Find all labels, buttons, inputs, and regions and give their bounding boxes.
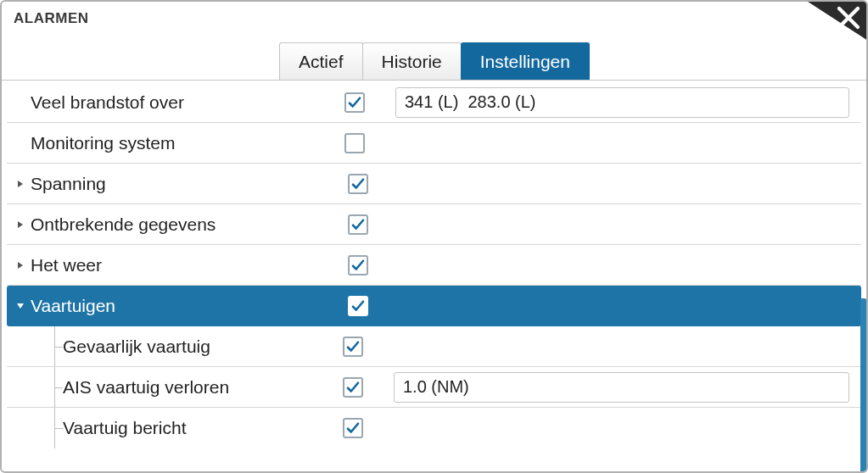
check-icon: [350, 298, 366, 314]
triangle-right-icon: [16, 180, 25, 188]
value-ais-vaartuig-verloren[interactable]: [394, 372, 849, 403]
checkbox-veel-brandstof-over[interactable]: [344, 92, 365, 113]
tab-bar: Actief Historie Instellingen: [2, 37, 866, 80]
expander-vaartuigen[interactable]: [14, 299, 27, 313]
settings-panel: Veel brandstof over Monitoring system: [2, 80, 866, 471]
tab-actief[interactable]: Actief: [279, 42, 363, 80]
row-veel-brandstof-over: Veel brandstof over: [7, 82, 861, 123]
row-label: Vaartuig bericht: [63, 418, 343, 438]
check-icon: [345, 339, 361, 354]
row-spanning: Spanning: [7, 164, 861, 204]
checkbox-spanning[interactable]: [348, 174, 368, 194]
triangle-right-icon: [16, 261, 25, 270]
row-label: Het weer: [31, 255, 348, 275]
expander-het-weer[interactable]: [14, 259, 27, 272]
window-header: ALARMEN: [2, 2, 866, 37]
alarms-window: ALARMEN Actief Historie Instellingen Vee…: [0, 0, 868, 473]
check-icon: [350, 258, 366, 273]
expander-ontbrekende-gegevens[interactable]: [14, 218, 27, 231]
checkbox-vaartuig-bericht[interactable]: [343, 418, 363, 438]
check-icon: [347, 95, 362, 110]
row-label: Gevaarlijk vaartuig: [63, 337, 343, 357]
close-button[interactable]: [790, 0, 868, 41]
row-ais-vaartuig-verloren: AIS vaartuig verloren: [7, 367, 861, 408]
scrollbar-thumb[interactable]: [860, 298, 866, 471]
check-icon: [345, 420, 361, 436]
tree-branch-icon: [46, 367, 63, 407]
row-vaartuigen[interactable]: Vaartuigen: [7, 286, 861, 326]
check-icon: [350, 217, 366, 232]
tree-branch-icon: [46, 326, 63, 366]
row-label: Vaartuigen: [31, 296, 348, 316]
tab-historie[interactable]: Historie: [362, 42, 462, 80]
checkbox-gevaarlijk-vaartuig[interactable]: [343, 337, 363, 357]
row-label: Spanning: [31, 174, 348, 194]
triangle-down-icon: [16, 302, 25, 310]
svg-marker-3: [18, 181, 23, 187]
checkbox-ontbrekende-gegevens[interactable]: [348, 214, 368, 235]
check-icon: [345, 380, 361, 395]
row-monitoring-system: Monitoring system: [7, 123, 861, 164]
window-title: ALARMEN: [14, 10, 89, 27]
row-vaartuig-bericht: Vaartuig bericht: [7, 408, 861, 448]
value-veel-brandstof-over[interactable]: [395, 87, 849, 118]
row-label: Ontbrekende gegevens: [31, 214, 348, 235]
svg-marker-5: [18, 262, 23, 269]
close-icon: [790, 0, 868, 41]
row-ontbrekende-gegevens: Ontbrekende gegevens: [7, 204, 861, 245]
checkbox-monitoring-system[interactable]: [344, 133, 365, 153]
check-icon: [350, 176, 366, 192]
row-gevaarlijk-vaartuig: Gevaarlijk vaartuig: [7, 326, 861, 367]
checkbox-het-weer[interactable]: [348, 255, 368, 275]
svg-marker-6: [17, 303, 24, 309]
checkbox-ais-vaartuig-verloren[interactable]: [343, 377, 363, 398]
row-het-weer: Het weer: [7, 245, 861, 286]
row-label: Monitoring system: [31, 133, 344, 153]
expander-spanning[interactable]: [14, 177, 27, 191]
row-label: AIS vaartuig verloren: [63, 377, 343, 398]
row-label: Veel brandstof over: [31, 92, 344, 113]
svg-marker-0: [805, 0, 868, 41]
scrollbar[interactable]: [860, 82, 866, 471]
tree-branch-icon: [46, 408, 63, 448]
triangle-right-icon: [16, 220, 25, 229]
checkbox-vaartuigen[interactable]: [348, 296, 368, 316]
tab-instellingen[interactable]: Instellingen: [461, 42, 590, 80]
svg-marker-4: [18, 221, 23, 228]
